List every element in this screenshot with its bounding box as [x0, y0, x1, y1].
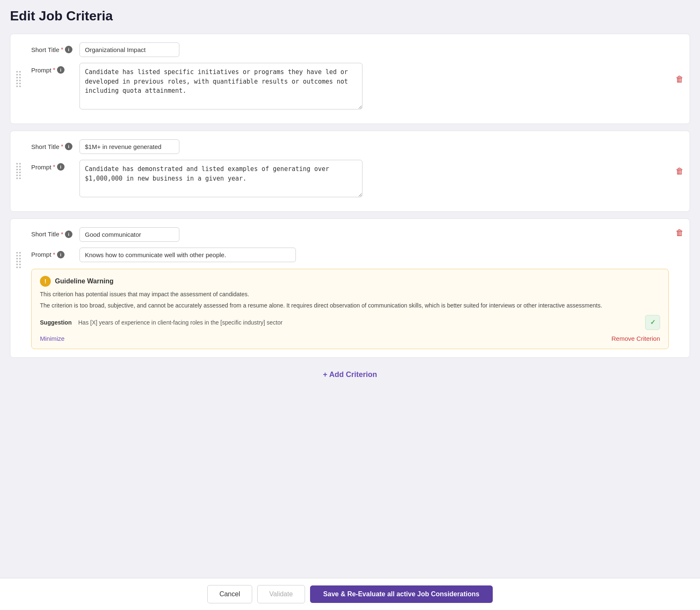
required-star: * [61, 46, 63, 53]
short-title-label-3: Short Title * i [31, 227, 73, 238]
info-icon-prompt[interactable]: i [57, 66, 65, 74]
required-star-prompt-3: * [53, 251, 55, 258]
short-title-input-partial[interactable] [79, 42, 179, 57]
drag-handle-2[interactable] [16, 163, 18, 179]
info-icon-partial[interactable]: i [65, 46, 72, 53]
required-star-prompt: * [53, 67, 55, 73]
criterion-card-partial: Short Title * i Prompt * i Candidate has… [10, 34, 690, 124]
warning-header: ! Guideline Warning [40, 276, 660, 287]
remove-criterion-link[interactable]: Remove Criterion [611, 335, 660, 342]
drag-handle-3[interactable] [16, 252, 18, 268]
prompt-label-partial: Prompt * i [31, 63, 73, 74]
suggestion-label: Suggestion [40, 319, 73, 326]
cancel-button[interactable]: Cancel [207, 585, 252, 603]
warning-text-2: The criterion is too broad, subjective, … [40, 301, 660, 310]
accept-suggestion-button[interactable]: ✓ [645, 315, 660, 330]
prompt-row-2: Prompt * i Candidate has demonstrated an… [31, 160, 669, 197]
suggestion-text: Has [X] years of experience in client-fa… [78, 319, 640, 326]
prompt-row-partial: Prompt * i Candidate has listed specific… [31, 63, 669, 109]
info-icon-prompt-3[interactable]: i [57, 251, 65, 258]
warning-title: Guideline Warning [55, 278, 114, 285]
info-icon-prompt-2[interactable]: i [57, 163, 65, 171]
save-button[interactable]: Save & Re-Evaluate all active Job Consid… [310, 585, 493, 603]
delete-button-partial[interactable]: 🗑 [675, 74, 684, 84]
validate-button[interactable]: Validate [257, 585, 305, 603]
warning-text-1: This criterion has potential issues that… [40, 290, 660, 299]
prompt-textarea-partial[interactable]: Candidate has listed specific initiative… [79, 63, 362, 109]
prompt-input-3[interactable] [79, 248, 296, 262]
prompt-label-2: Prompt * i [31, 160, 73, 171]
delete-button-2[interactable]: 🗑 [675, 166, 684, 176]
required-star-prompt-2: * [53, 164, 55, 170]
page-title: Edit Job Criteria [10, 8, 690, 24]
delete-button-3[interactable]: 🗑 [675, 228, 684, 238]
drag-handle-partial[interactable] [16, 71, 18, 87]
short-title-row-3: Short Title * i [31, 227, 669, 242]
short-title-label-2: Short Title * i [31, 139, 73, 150]
prompt-label-3: Prompt * i [31, 248, 73, 258]
criterion-card-2: Short Title * i Prompt * i Candidate has… [10, 131, 690, 212]
required-star-2: * [61, 143, 63, 150]
criterion-card-3: Short Title * i Prompt * i ! Guideline W… [10, 218, 690, 358]
prompt-textarea-2[interactable]: Candidate has demonstrated and listed ex… [79, 160, 362, 197]
minimize-link[interactable]: Minimize [40, 335, 65, 342]
suggestion-row: Suggestion Has [X] years of experience i… [40, 315, 660, 330]
short-title-row-partial: Short Title * i [31, 42, 669, 57]
info-icon-2[interactable]: i [65, 143, 72, 150]
warning-icon: ! [40, 276, 51, 287]
short-title-row-2: Short Title * i [31, 139, 669, 154]
guideline-warning: ! Guideline Warning This criterion has p… [31, 269, 669, 349]
short-title-label-partial: Short Title * i [31, 42, 73, 53]
prompt-row-3: Prompt * i [31, 248, 669, 262]
add-criterion-button[interactable]: + Add Criterion [313, 366, 387, 383]
warning-footer: Minimize Remove Criterion [40, 335, 660, 342]
required-star-3: * [61, 231, 63, 238]
info-icon-3[interactable]: i [65, 231, 72, 238]
short-title-input-3[interactable] [79, 227, 179, 242]
short-title-input-2[interactable] [79, 139, 179, 154]
footer-bar: Cancel Validate Save & Re-Evaluate all a… [0, 578, 700, 610]
